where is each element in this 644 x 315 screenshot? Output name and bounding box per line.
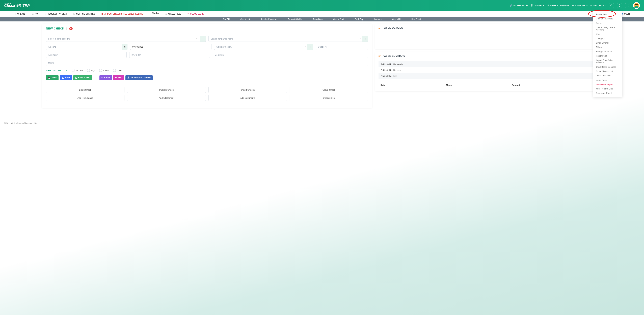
nav-request-payment[interactable]: ✔REQUEST PAYMENT (45, 13, 67, 15)
settings-menu-item[interactable]: Category (593, 36, 622, 41)
connect-icon: co (531, 4, 533, 6)
nav-settings[interactable]: ⚙ SETTINGS (590, 4, 606, 7)
sub-nav-item[interactable]: Receive Payments (255, 18, 282, 20)
settings-menu-item[interactable]: Developer Panel (593, 91, 622, 95)
sub-nav-item[interactable]: Check Draft (328, 18, 349, 20)
settings-menu-item[interactable]: Import From Other Software (593, 58, 622, 65)
date-input[interactable] (130, 44, 212, 50)
email-icon: ✉ (102, 77, 103, 79)
bank-icon: 🏛 (128, 77, 130, 79)
memo-input[interactable] (46, 60, 368, 66)
save-button[interactable]: 💾Save (46, 75, 58, 80)
payee-select[interactable]: Search for payee name (208, 36, 362, 42)
cb-amount[interactable]: Amount (72, 69, 83, 72)
print-button[interactable]: 🖨Print (60, 75, 72, 80)
category-select[interactable]: Select Category (214, 44, 308, 50)
email-button[interactable]: ✉Email (100, 75, 112, 80)
ac-input[interactable] (46, 52, 126, 58)
fullscreen-button[interactable] (625, 3, 630, 8)
play-button[interactable] (69, 27, 72, 30)
nav-getting-started[interactable]: ▶GETTING STARTED (74, 13, 95, 15)
settings-dropdown: Profile SetupChange PasswordPayeeCheck D… (593, 11, 622, 97)
add-remittance-button[interactable]: Add Remittance (46, 95, 124, 101)
nav-integration[interactable]: 🔗 INTEGRATION (510, 4, 528, 7)
sub-nav-item[interactable]: Cash Exp (349, 18, 369, 20)
summary-table-header: Date Memo Amount A (378, 82, 599, 88)
bank-account-select[interactable]: Select a bank account (46, 36, 200, 42)
settings-menu-item[interactable]: Check Design /Bank Account (593, 25, 622, 32)
sub-nav-item[interactable]: Check List (235, 18, 255, 20)
blank-check-button[interactable]: Blank Check (46, 87, 124, 93)
nav-connect[interactable]: co CONNECT (531, 4, 544, 7)
settings-menu-item[interactable]: Profile Setup (593, 12, 622, 16)
settings-menu-item[interactable]: Billing (593, 45, 622, 49)
add-bank-button[interactable]: + (200, 36, 206, 42)
cb-sign[interactable]: Sign (87, 69, 95, 72)
settings-menu-item[interactable]: Email Settings (593, 41, 622, 45)
nav-apply-ach[interactable]: 🏛APPLY FOR ACH (FREE SEND/RECEIVE) (102, 13, 144, 15)
user-avatar[interactable] (633, 2, 640, 9)
import-checks-button[interactable]: Import Checks (208, 87, 287, 93)
settings-menu-item[interactable]: Refill Credit (593, 54, 622, 58)
notifications-button[interactable] (617, 3, 622, 8)
settings-menu-item[interactable]: Open Calculator (593, 73, 622, 78)
plus-icon: ＋ (14, 12, 16, 15)
add-category-button[interactable]: + (308, 44, 313, 50)
nacha-dots-icon (150, 12, 152, 14)
save-new-button[interactable]: ⊞Save & New (73, 75, 92, 80)
chevron-down-icon (359, 38, 360, 39)
sub-nav-item[interactable]: Central R (387, 18, 406, 20)
multiple-check-button[interactable]: Multiple Check (127, 87, 206, 93)
amount-input[interactable] (46, 44, 122, 50)
nav-switch-company[interactable]: ⇅ SWITCH COMPANY (547, 4, 569, 7)
settings-menu-item[interactable]: Your Referral Link (593, 87, 622, 91)
group-check-button[interactable]: Group Check (290, 87, 368, 93)
add-comments-button[interactable]: Add Comments (208, 95, 287, 101)
settings-menu-item[interactable]: User (593, 32, 622, 36)
settings-menu-item[interactable]: Verify Bank (593, 78, 622, 82)
summary-row: Paid total in this month (378, 61, 599, 67)
bell-icon (618, 4, 621, 7)
inv-input[interactable] (129, 52, 210, 58)
arrow-right-icon: → (65, 69, 68, 72)
ach-button[interactable]: 🏛ACH/ Direct Deposit (126, 75, 152, 80)
search-button[interactable] (609, 3, 614, 8)
chevron-down-icon (604, 4, 606, 6)
sub-nav-item[interactable]: Deposit Slip List (282, 18, 308, 20)
calculator-button[interactable] (122, 44, 128, 50)
card-title: NEW CHECK | (46, 27, 368, 32)
nav-cloud-bank[interactable]: ✈CLOUD BANK (187, 13, 204, 15)
add-payee-button[interactable]: + (362, 36, 368, 42)
logo[interactable]: ONLINE CheckWRITER (4, 3, 30, 8)
nav-wallet[interactable]: ▭WALLET 0.00 (165, 13, 181, 15)
settings-menu-item[interactable]: Billing Statement (593, 49, 622, 54)
plus-square-icon: ⊞ (75, 77, 77, 79)
cb-payee[interactable]: Payee (99, 69, 109, 72)
link-icon: 🔗 (510, 4, 512, 7)
nav-pay[interactable]: ▭PAY (32, 13, 38, 15)
sub-nav-item[interactable]: Invoices (369, 18, 387, 20)
cb-date[interactable]: Date (113, 69, 122, 72)
sub-nav: Add BillCheck ListReceive PaymentsDeposi… (0, 17, 644, 21)
check-no-input[interactable] (316, 44, 368, 50)
footer-text: © 2021 OnlineCheckWriter.com LLC (0, 120, 644, 127)
new-check-card: NEW CHECK | Select a bank account + Sear… (42, 24, 372, 108)
nav-create[interactable]: ＋CREATE (14, 12, 25, 15)
settings-menu-item[interactable]: Change Password (593, 16, 622, 21)
nav-nacha[interactable]: NachaDirect Member (150, 12, 159, 16)
wallet-icon: ▭ (165, 13, 167, 15)
sub-nav-item[interactable]: Bank Data (308, 18, 328, 20)
mail-button[interactable]: ✉Mail (113, 75, 124, 80)
sub-nav-item[interactable]: Add Bill (218, 18, 235, 20)
settings-menu-item[interactable]: My Affiliate Report (593, 82, 622, 87)
lines-icon (378, 55, 381, 57)
comment-input[interactable] (213, 52, 368, 58)
settings-menu-item[interactable]: Close My Account (593, 69, 622, 73)
sub-nav-item[interactable]: Buy Check (406, 18, 426, 20)
deposit-slip-button[interactable]: Deposit Slip (290, 95, 368, 101)
switch-icon: ⇅ (547, 4, 549, 7)
settings-menu-item[interactable]: QuickBooks Connect (593, 65, 622, 69)
nav-support[interactable]: ❂ SUPPORT (572, 4, 587, 7)
add-attachment-button[interactable]: Add Attachment (127, 95, 206, 101)
settings-menu-item[interactable]: Payee (593, 21, 622, 25)
